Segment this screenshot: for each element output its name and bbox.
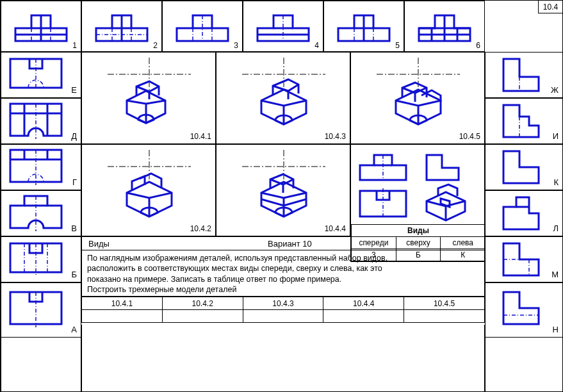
top-label-4: 4 [314, 41, 319, 50]
ans-h-1: 10.4.1 [82, 297, 163, 310]
right-label-k: К [553, 177, 559, 187]
top-view-1: 1 [1, 1, 81, 52]
left-label-b: Б [71, 270, 77, 279]
left-label-d: Д [71, 131, 77, 141]
iso-label-1: 10.4.1 [190, 132, 211, 141]
left-view-d: Д [1, 98, 81, 144]
ans-c-4[interactable] [323, 310, 404, 323]
ans-h-2: 10.4.2 [162, 297, 243, 310]
filler-br [485, 338, 563, 392]
left-view-v: В [1, 190, 81, 236]
iso-label-2: 10.4.2 [190, 224, 211, 233]
ans-c-1[interactable] [82, 310, 163, 323]
iso-cell-4: 10.4.4 [216, 144, 350, 236]
ans-h-3: 10.4.3 [243, 297, 323, 310]
right-label-i: И [553, 131, 559, 141]
answer-table: 10.4.1 10.4.2 10.4.3 10.4.4 10.4.5 [81, 297, 485, 323]
right-view-i: И [485, 98, 563, 144]
left-label-v: В [71, 224, 77, 233]
instr-line-3: показано на примере. Записать в таблице … [87, 274, 480, 284]
drawing-sheet: 10.4 1 2 3 4 [0, 0, 563, 392]
top-view-5: 5 [323, 1, 404, 52]
instructions-box: По наглядным изображениям деталей, испол… [81, 250, 485, 297]
left-label-e: Е [71, 85, 77, 95]
left-label-g: Г [72, 177, 77, 187]
top-view-6: 6 [404, 1, 485, 52]
instr-line-2: расположить в соответствующих местах вид… [87, 263, 480, 274]
left-label-a: А [71, 325, 77, 334]
top-label-1: 1 [72, 41, 77, 50]
top-label-3: 3 [234, 41, 238, 50]
top-label-6: 6 [476, 41, 480, 50]
iso-cell-2: 10.4.2 [81, 144, 216, 236]
right-label-n: Н [553, 325, 559, 334]
left-view-e: Е [1, 52, 81, 98]
ans-h-4: 10.4.4 [323, 297, 404, 310]
top-label-5: 5 [395, 41, 400, 50]
right-label-l: Л [553, 224, 559, 233]
instr-line-1: По наглядным изображениям деталей, испол… [87, 253, 480, 263]
top-view-2: 2 [81, 1, 162, 52]
left-view-g: Г [1, 144, 81, 190]
right-label-m: М [551, 270, 559, 279]
instr-line-4: Построить трехмерные модели деталей [87, 284, 480, 295]
ans-c-5[interactable] [404, 310, 485, 323]
views-title: Виды [88, 239, 110, 249]
iso-cell-5: 10.4.5 [350, 52, 485, 144]
filler-bl [1, 338, 81, 392]
top-view-3: 3 [162, 1, 243, 52]
iso-label-3: 10.4.3 [325, 132, 346, 141]
left-view-b: Б [1, 236, 81, 282]
filler-bm [81, 325, 485, 392]
ans-c-3[interactable] [243, 310, 323, 323]
ans-h-5: 10.4.5 [404, 297, 485, 310]
iso-cell-1: 10.4.1 [81, 52, 216, 144]
right-label-zh: Ж [551, 85, 559, 95]
iso-label-5: 10.4.5 [459, 132, 480, 141]
iso-cell-3: 10.4.3 [216, 52, 350, 144]
top-label-2: 2 [153, 41, 158, 50]
ans-c-2[interactable] [162, 310, 243, 323]
right-view-l: Л [485, 190, 563, 236]
right-view-m: М [485, 236, 563, 282]
right-view-zh: Ж [485, 52, 563, 98]
example-table-title: Виды [352, 225, 485, 237]
variant-title: Вариант 10 [268, 239, 312, 249]
title-row: Виды Вариант 10 [81, 236, 485, 250]
right-view-n: Н [485, 282, 563, 338]
right-view-k: К [485, 144, 563, 190]
top-view-4: 4 [243, 1, 323, 52]
iso-label-4: 10.4.4 [325, 224, 346, 233]
left-view-a: А [1, 282, 81, 338]
page-id: 10.4 [538, 1, 562, 13]
